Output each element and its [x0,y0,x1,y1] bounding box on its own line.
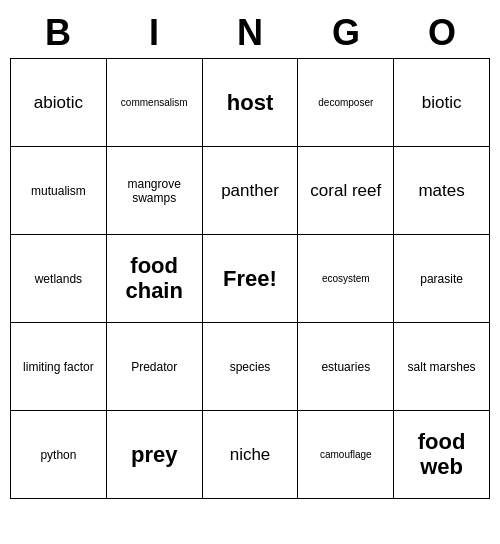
cell-17[interactable]: species [203,323,299,411]
header-o: O [394,8,490,58]
cell-15[interactable]: limiting factor [11,323,107,411]
cell-18[interactable]: estuaries [298,323,394,411]
cell-14[interactable]: parasite [394,235,490,323]
bingo-grid: abiotic commensalism host decomposer bio… [10,58,490,499]
header-i: I [106,8,202,58]
cell-6[interactable]: mangrove swamps [107,147,203,235]
cell-3[interactable]: decomposer [298,59,394,147]
cell-24[interactable]: food web [394,411,490,499]
cell-8[interactable]: coral reef [298,147,394,235]
cell-2[interactable]: host [203,59,299,147]
cell-13[interactable]: ecosystem [298,235,394,323]
bingo-card: B I N G O abiotic commensalism host deco… [10,8,490,499]
cell-16[interactable]: Predator [107,323,203,411]
bingo-header: B I N G O [10,8,490,58]
cell-free[interactable]: Free! [203,235,299,323]
cell-21[interactable]: prey [107,411,203,499]
header-b: B [10,8,106,58]
cell-1[interactable]: commensalism [107,59,203,147]
header-g: G [298,8,394,58]
cell-0[interactable]: abiotic [11,59,107,147]
cell-23[interactable]: camouflage [298,411,394,499]
cell-7[interactable]: panther [203,147,299,235]
header-n: N [202,8,298,58]
cell-4[interactable]: biotic [394,59,490,147]
cell-5[interactable]: mutualism [11,147,107,235]
cell-19[interactable]: salt marshes [394,323,490,411]
cell-11[interactable]: food chain [107,235,203,323]
cell-20[interactable]: python [11,411,107,499]
cell-10[interactable]: wetlands [11,235,107,323]
cell-9[interactable]: mates [394,147,490,235]
cell-22[interactable]: niche [203,411,299,499]
